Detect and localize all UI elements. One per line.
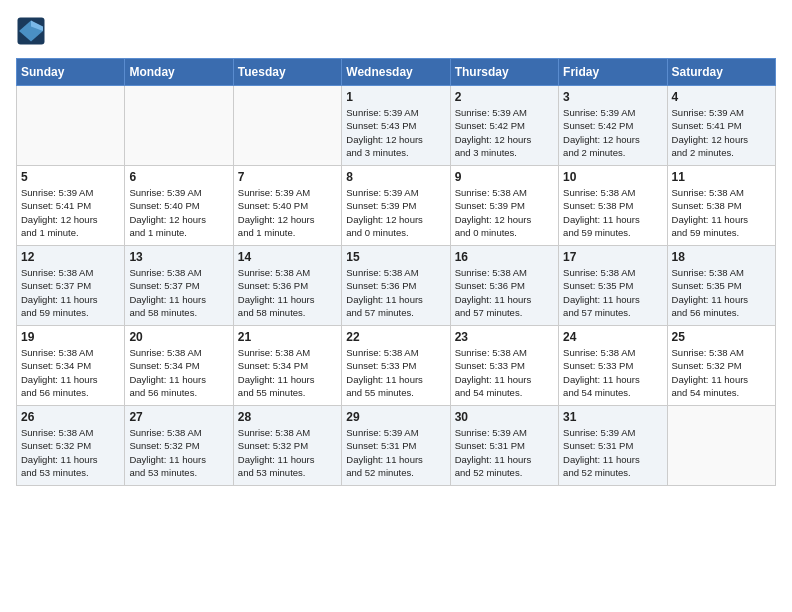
calendar-cell: 10Sunrise: 5:38 AM Sunset: 5:38 PM Dayli… <box>559 166 667 246</box>
day-info: Sunrise: 5:38 AM Sunset: 5:35 PM Dayligh… <box>672 266 771 319</box>
calendar-cell: 24Sunrise: 5:38 AM Sunset: 5:33 PM Dayli… <box>559 326 667 406</box>
weekday-header: Thursday <box>450 59 558 86</box>
day-info: Sunrise: 5:39 AM Sunset: 5:31 PM Dayligh… <box>455 426 554 479</box>
calendar-cell: 25Sunrise: 5:38 AM Sunset: 5:32 PM Dayli… <box>667 326 775 406</box>
weekday-header: Wednesday <box>342 59 450 86</box>
day-info: Sunrise: 5:38 AM Sunset: 5:34 PM Dayligh… <box>21 346 120 399</box>
calendar-cell: 2Sunrise: 5:39 AM Sunset: 5:42 PM Daylig… <box>450 86 558 166</box>
calendar-cell: 7Sunrise: 5:39 AM Sunset: 5:40 PM Daylig… <box>233 166 341 246</box>
calendar-cell: 9Sunrise: 5:38 AM Sunset: 5:39 PM Daylig… <box>450 166 558 246</box>
day-info: Sunrise: 5:39 AM Sunset: 5:40 PM Dayligh… <box>238 186 337 239</box>
calendar-cell <box>233 86 341 166</box>
day-number: 15 <box>346 250 445 264</box>
day-info: Sunrise: 5:38 AM Sunset: 5:32 PM Dayligh… <box>21 426 120 479</box>
day-number: 23 <box>455 330 554 344</box>
day-info: Sunrise: 5:39 AM Sunset: 5:41 PM Dayligh… <box>21 186 120 239</box>
calendar-cell <box>125 86 233 166</box>
day-number: 19 <box>21 330 120 344</box>
day-number: 14 <box>238 250 337 264</box>
day-info: Sunrise: 5:38 AM Sunset: 5:37 PM Dayligh… <box>21 266 120 319</box>
calendar-cell <box>667 406 775 486</box>
day-info: Sunrise: 5:38 AM Sunset: 5:33 PM Dayligh… <box>563 346 662 399</box>
day-number: 4 <box>672 90 771 104</box>
day-number: 18 <box>672 250 771 264</box>
calendar-cell: 5Sunrise: 5:39 AM Sunset: 5:41 PM Daylig… <box>17 166 125 246</box>
day-number: 29 <box>346 410 445 424</box>
calendar-cell: 14Sunrise: 5:38 AM Sunset: 5:36 PM Dayli… <box>233 246 341 326</box>
day-number: 16 <box>455 250 554 264</box>
day-info: Sunrise: 5:38 AM Sunset: 5:35 PM Dayligh… <box>563 266 662 319</box>
day-info: Sunrise: 5:38 AM Sunset: 5:32 PM Dayligh… <box>672 346 771 399</box>
day-number: 6 <box>129 170 228 184</box>
weekday-header: Friday <box>559 59 667 86</box>
day-info: Sunrise: 5:38 AM Sunset: 5:36 PM Dayligh… <box>346 266 445 319</box>
calendar-cell: 1Sunrise: 5:39 AM Sunset: 5:43 PM Daylig… <box>342 86 450 166</box>
calendar-cell: 8Sunrise: 5:39 AM Sunset: 5:39 PM Daylig… <box>342 166 450 246</box>
day-number: 2 <box>455 90 554 104</box>
calendar-cell <box>17 86 125 166</box>
day-number: 22 <box>346 330 445 344</box>
day-number: 12 <box>21 250 120 264</box>
day-info: Sunrise: 5:38 AM Sunset: 5:32 PM Dayligh… <box>129 426 228 479</box>
day-info: Sunrise: 5:38 AM Sunset: 5:36 PM Dayligh… <box>455 266 554 319</box>
calendar-header: SundayMondayTuesdayWednesdayThursdayFrid… <box>17 59 776 86</box>
calendar-week-row: 26Sunrise: 5:38 AM Sunset: 5:32 PM Dayli… <box>17 406 776 486</box>
calendar-body: 1Sunrise: 5:39 AM Sunset: 5:43 PM Daylig… <box>17 86 776 486</box>
logo <box>16 16 50 46</box>
day-number: 9 <box>455 170 554 184</box>
header-row: SundayMondayTuesdayWednesdayThursdayFrid… <box>17 59 776 86</box>
calendar-cell: 28Sunrise: 5:38 AM Sunset: 5:32 PM Dayli… <box>233 406 341 486</box>
day-number: 27 <box>129 410 228 424</box>
calendar-cell: 21Sunrise: 5:38 AM Sunset: 5:34 PM Dayli… <box>233 326 341 406</box>
day-number: 17 <box>563 250 662 264</box>
day-info: Sunrise: 5:39 AM Sunset: 5:40 PM Dayligh… <box>129 186 228 239</box>
calendar-cell: 31Sunrise: 5:39 AM Sunset: 5:31 PM Dayli… <box>559 406 667 486</box>
weekday-header: Tuesday <box>233 59 341 86</box>
calendar-cell: 4Sunrise: 5:39 AM Sunset: 5:41 PM Daylig… <box>667 86 775 166</box>
day-number: 31 <box>563 410 662 424</box>
day-info: Sunrise: 5:38 AM Sunset: 5:36 PM Dayligh… <box>238 266 337 319</box>
weekday-header: Sunday <box>17 59 125 86</box>
day-info: Sunrise: 5:38 AM Sunset: 5:32 PM Dayligh… <box>238 426 337 479</box>
day-info: Sunrise: 5:39 AM Sunset: 5:43 PM Dayligh… <box>346 106 445 159</box>
day-info: Sunrise: 5:39 AM Sunset: 5:31 PM Dayligh… <box>563 426 662 479</box>
day-info: Sunrise: 5:38 AM Sunset: 5:37 PM Dayligh… <box>129 266 228 319</box>
calendar-cell: 3Sunrise: 5:39 AM Sunset: 5:42 PM Daylig… <box>559 86 667 166</box>
calendar-cell: 20Sunrise: 5:38 AM Sunset: 5:34 PM Dayli… <box>125 326 233 406</box>
calendar-cell: 6Sunrise: 5:39 AM Sunset: 5:40 PM Daylig… <box>125 166 233 246</box>
calendar-cell: 26Sunrise: 5:38 AM Sunset: 5:32 PM Dayli… <box>17 406 125 486</box>
day-number: 28 <box>238 410 337 424</box>
calendar-cell: 27Sunrise: 5:38 AM Sunset: 5:32 PM Dayli… <box>125 406 233 486</box>
calendar-week-row: 19Sunrise: 5:38 AM Sunset: 5:34 PM Dayli… <box>17 326 776 406</box>
day-info: Sunrise: 5:38 AM Sunset: 5:33 PM Dayligh… <box>455 346 554 399</box>
calendar-cell: 23Sunrise: 5:38 AM Sunset: 5:33 PM Dayli… <box>450 326 558 406</box>
day-info: Sunrise: 5:39 AM Sunset: 5:39 PM Dayligh… <box>346 186 445 239</box>
day-number: 26 <box>21 410 120 424</box>
day-number: 13 <box>129 250 228 264</box>
day-info: Sunrise: 5:38 AM Sunset: 5:38 PM Dayligh… <box>672 186 771 239</box>
day-number: 21 <box>238 330 337 344</box>
day-info: Sunrise: 5:39 AM Sunset: 5:31 PM Dayligh… <box>346 426 445 479</box>
day-number: 24 <box>563 330 662 344</box>
weekday-header: Saturday <box>667 59 775 86</box>
day-number: 11 <box>672 170 771 184</box>
calendar-cell: 15Sunrise: 5:38 AM Sunset: 5:36 PM Dayli… <box>342 246 450 326</box>
day-number: 8 <box>346 170 445 184</box>
day-info: Sunrise: 5:38 AM Sunset: 5:33 PM Dayligh… <box>346 346 445 399</box>
day-number: 20 <box>129 330 228 344</box>
calendar-cell: 17Sunrise: 5:38 AM Sunset: 5:35 PM Dayli… <box>559 246 667 326</box>
day-info: Sunrise: 5:38 AM Sunset: 5:38 PM Dayligh… <box>563 186 662 239</box>
calendar-cell: 30Sunrise: 5:39 AM Sunset: 5:31 PM Dayli… <box>450 406 558 486</box>
day-number: 10 <box>563 170 662 184</box>
calendar-week-row: 5Sunrise: 5:39 AM Sunset: 5:41 PM Daylig… <box>17 166 776 246</box>
day-info: Sunrise: 5:38 AM Sunset: 5:39 PM Dayligh… <box>455 186 554 239</box>
day-number: 25 <box>672 330 771 344</box>
page-header <box>16 16 776 46</box>
day-info: Sunrise: 5:38 AM Sunset: 5:34 PM Dayligh… <box>238 346 337 399</box>
logo-icon <box>16 16 46 46</box>
day-info: Sunrise: 5:39 AM Sunset: 5:42 PM Dayligh… <box>563 106 662 159</box>
day-info: Sunrise: 5:39 AM Sunset: 5:41 PM Dayligh… <box>672 106 771 159</box>
calendar-cell: 22Sunrise: 5:38 AM Sunset: 5:33 PM Dayli… <box>342 326 450 406</box>
calendar-table: SundayMondayTuesdayWednesdayThursdayFrid… <box>16 58 776 486</box>
calendar-cell: 19Sunrise: 5:38 AM Sunset: 5:34 PM Dayli… <box>17 326 125 406</box>
